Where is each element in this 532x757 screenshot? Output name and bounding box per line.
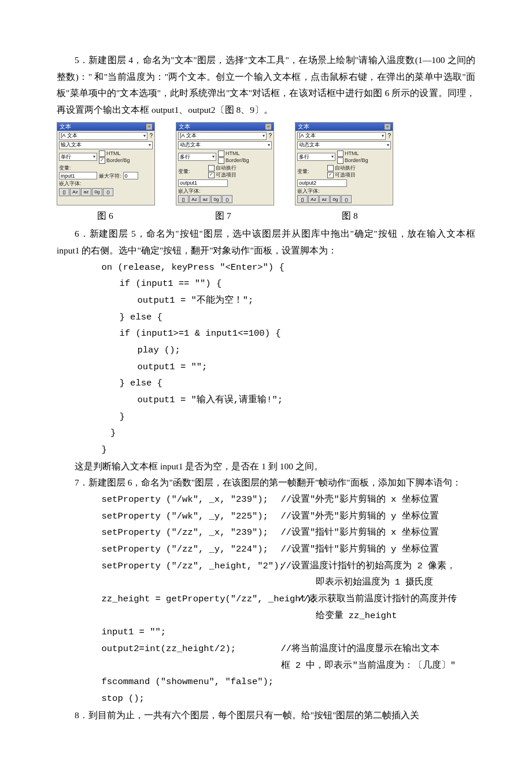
selectable-checkbox[interactable]: ✓ (208, 172, 215, 178)
code-stmt: setProperty ("/zz", _y, "224"); (102, 541, 281, 558)
paragraph-8: 8．到目前为止，一共有六个图层，每个图层只有一帧。给"按钮"图层的第二帧插入关 (57, 707, 475, 724)
type-select[interactable]: 动态文本▾ (297, 141, 391, 149)
code-comment: //表示获取当前温度计指针的高度并传 (298, 591, 457, 608)
embed-btn[interactable]: [] (59, 188, 69, 196)
code-stmt: zz_height = getProperty("/zz", _height); (102, 591, 298, 608)
close-icon[interactable]: × (265, 124, 271, 130)
embed-btn[interactable]: 0g (211, 195, 221, 203)
embed-btn[interactable]: 0g (92, 188, 102, 196)
paragraph-6b: 这是判断输入文本框 input1 是否为空，是否在 1 到 100 之间。 (57, 458, 475, 475)
paragraph-7: 7．新建图层 6，命名为"函数"图层，在该图层的第一帧翻开"帧动作"面板，添加如… (57, 475, 475, 491)
code-line: stop (); (102, 690, 476, 707)
selectable-checkbox[interactable]: ✓ (327, 172, 334, 178)
embed-btn[interactable]: [] (297, 195, 308, 203)
panel-titlebar: 文本 × (176, 123, 274, 131)
captions-row: 图 6 图 7 图 8 (57, 208, 475, 225)
embed-btn[interactable]: Az (308, 195, 319, 203)
tab-select[interactable]: [A 文本▾ (59, 132, 147, 140)
code-comment: //设置"外壳"影片剪辑的 y 坐标位置 (281, 508, 439, 525)
embed-btn[interactable]: Az (70, 188, 80, 196)
embed-btn[interactable]: az (200, 195, 210, 203)
code-comment: //将当前温度计的温度显示在输出文本 (281, 641, 440, 657)
paragraph-6a: 6．新建图层 5，命名为"按钮"图层，选中该图层并从图库中拖出"确定"按钮，放在… (57, 226, 475, 259)
code-line: if (input1 == "") { (57, 275, 475, 292)
wrap-checkbox[interactable] (327, 165, 334, 171)
wrap-checkbox[interactable] (208, 165, 215, 171)
panel-titlebar: 文本 × (57, 123, 154, 131)
code-comment: //设置"外壳"影片剪辑的 x 坐标位置 (281, 491, 439, 508)
line-select[interactable]: 多行▾ (297, 153, 335, 161)
text-panel-fig6: 文本 × [A 文本▾? 输入文本▾ 单行▾ HTML ✓Border/Bg 变… (57, 122, 155, 206)
html-checkbox[interactable] (218, 150, 224, 157)
code-line: fscommand ("showmenu", "false"); (102, 674, 476, 690)
code-stmt: setProperty ("/zz", _x, "239"); (102, 524, 281, 541)
variable-input[interactable]: output2 (297, 179, 347, 187)
code-line: input1 = ""; (102, 624, 476, 641)
code-block-7: setProperty ("/wk", _x, "239");//设置"外壳"影… (57, 491, 475, 707)
embed-btn[interactable]: Az (189, 195, 200, 203)
code-comment: 即表示初始温度为 1 摄氏度 (316, 574, 434, 591)
code-line: } (57, 442, 475, 458)
close-icon[interactable]: × (385, 124, 390, 130)
html-checkbox[interactable] (99, 150, 105, 157)
panels-row: 文本 × [A 文本▾? 输入文本▾ 单行▾ HTML ✓Border/Bg 变… (57, 122, 475, 206)
embed-btn[interactable]: () (103, 188, 113, 196)
type-select[interactable]: 输入文本▾ (59, 141, 153, 149)
code-line: play (); (57, 342, 475, 359)
code-line: } (57, 409, 475, 425)
code-line: output1 = "输入有误,请重输!"; (57, 392, 475, 409)
border-checkbox[interactable] (337, 157, 343, 164)
code-comment: //设置温度计指针的初始高度为 2 像素， (281, 558, 456, 575)
code-line: output1 = ""; (57, 359, 475, 376)
code-stmt: setProperty ("/wk", _y, "225"); (102, 508, 281, 525)
code-line: output1 = "不能为空！"; (57, 292, 475, 309)
code-line: if (input1>=1 & input1<=100) { (57, 325, 475, 342)
variable-input[interactable]: output1 (178, 179, 228, 187)
code-stmt: setProperty ("/zz", _height, "2"); (102, 558, 281, 575)
caption-7: 图 7 (175, 208, 272, 225)
caption-6: 图 6 (57, 208, 154, 225)
type-select[interactable]: 动态文本▾ (178, 141, 272, 149)
line-select[interactable]: 单行▾ (59, 153, 97, 161)
caption-8: 图 8 (293, 208, 405, 225)
text-panel-fig7: 文本 × [A 文本▾? 动态文本▾ 多行▾ HTML Border/Bg 变量… (176, 122, 274, 206)
code-line: } else { (57, 309, 475, 326)
code-stmt: output2=int(zz_height/2); (102, 641, 281, 657)
code-comment: 框 2 中，即表示"当前温度为：〔几度〕" (281, 657, 456, 674)
line-select[interactable]: 多行▾ (178, 153, 216, 161)
text-panel-fig8: 文本 × [A 文本▾? 动态文本▾ 多行▾ HTML Border/Bg 变量… (295, 122, 393, 206)
border-checkbox[interactable] (218, 157, 224, 164)
tab-select[interactable]: [A 文本▾ (297, 132, 386, 140)
paragraph-5: 5．新建图层 4，命名为"文本"图层，选择"文本工具"，在场景上绘制"请输入温度… (57, 52, 475, 119)
code-comment: //设置"指针"影片剪辑的 y 坐标位置 (281, 541, 439, 558)
embed-btn[interactable]: () (222, 195, 232, 203)
tab-select[interactable]: [A 文本▾ (178, 132, 267, 140)
html-checkbox[interactable] (337, 150, 343, 157)
code-line: on (release, keyPress "<Enter>") { (57, 259, 475, 276)
code-comment: //设置"指针"影片剪辑的 x 坐标位置 (281, 524, 439, 541)
border-checkbox[interactable]: ✓ (99, 157, 105, 164)
code-line: } (57, 425, 475, 442)
code-comment: 给变量 zz_height (316, 608, 397, 624)
panel-titlebar: 文本 × (295, 123, 393, 131)
code-stmt: setProperty ("/wk", _x, "239"); (102, 491, 281, 508)
maxchar-input[interactable]: 0 (123, 172, 138, 179)
embed-btn[interactable]: [] (178, 195, 189, 203)
embed-btn[interactable]: az (319, 195, 330, 203)
variable-input[interactable]: input1 (59, 172, 97, 179)
code-line: } else { (57, 375, 475, 392)
close-icon[interactable]: × (146, 124, 152, 130)
panel-title-text: 文本 (60, 123, 71, 130)
embed-btn[interactable]: az (81, 188, 91, 196)
embed-btn[interactable]: () (341, 195, 352, 203)
embed-btn[interactable]: 0g (330, 195, 341, 203)
